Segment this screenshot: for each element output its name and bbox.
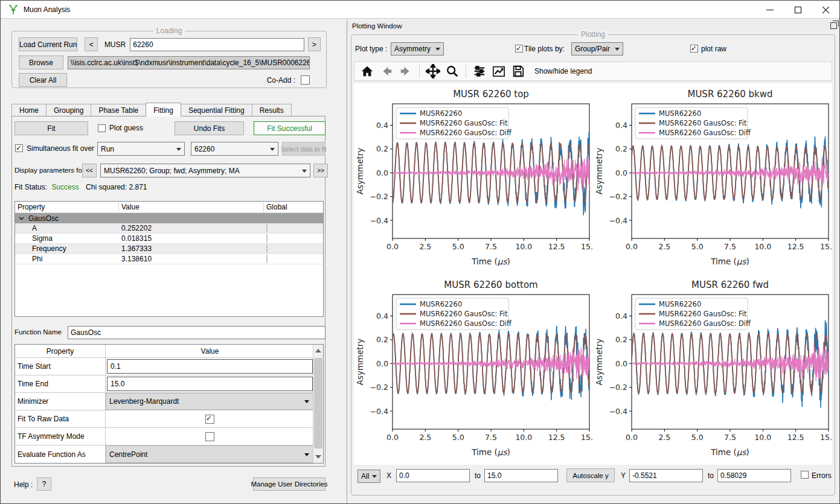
tile-plots-checkbox[interactable] <box>515 45 523 53</box>
zoom-icon[interactable] <box>444 63 460 79</box>
tab-fitting[interactable]: Fitting <box>146 103 181 116</box>
subplot-fwd[interactable]: 0.02.55.07.510.012.515.0−0.4−0.20.00.20.… <box>593 274 832 465</box>
global-checkbox[interactable] <box>266 234 268 243</box>
simultaneous-fit-checkbox[interactable] <box>15 144 23 152</box>
svg-text:12.5: 12.5 <box>548 433 565 442</box>
vertical-scrollbar[interactable] <box>313 345 323 463</box>
y-from-input[interactable] <box>629 469 703 482</box>
global-checkbox[interactable] <box>266 255 268 263</box>
tf-asymmetry-mode-checkbox[interactable] <box>205 432 214 441</box>
dataset-combobox[interactable]: MUSR62260; Group; fwd; Asymmetry; MA <box>100 164 310 177</box>
autoscale-y-button[interactable]: Autoscale y <box>566 468 615 482</box>
mantid-app-icon <box>8 4 19 15</box>
next-dataset-button[interactable]: >> <box>313 164 328 177</box>
undo-fits-button[interactable]: Undo Fits <box>175 121 244 135</box>
load-current-run-button[interactable]: Load Current Run <box>19 37 77 51</box>
evaluate-function-as-combobox[interactable]: CentrePoint <box>106 445 314 463</box>
previous-run-button[interactable]: < <box>85 37 97 51</box>
maximize-button[interactable] <box>784 1 812 19</box>
x-to-input[interactable] <box>484 469 558 482</box>
run-select-combobox[interactable]: 62260 <box>191 142 278 156</box>
back-icon[interactable] <box>379 63 394 79</box>
time-end-input[interactable]: 15.0 <box>107 377 313 391</box>
manage-user-directories-button[interactable]: Manage User Directories <box>253 477 325 491</box>
fit-button[interactable]: Fit <box>14 121 88 135</box>
select-data-to-fit-button: Select data to fit <box>282 142 325 156</box>
svg-text:5.0: 5.0 <box>452 433 464 442</box>
svg-text:−0.4: −0.4 <box>370 216 388 225</box>
col-header-property: Property <box>15 345 106 357</box>
panel-divider[interactable] <box>347 19 347 504</box>
global-checkbox[interactable] <box>266 224 268 232</box>
table-row: Evaluate Function As CentrePoint <box>15 445 323 463</box>
minimizer-combobox[interactable]: Levenberg-Marquardt <box>106 393 314 410</box>
svg-text:Asymmetry: Asymmetry <box>594 339 604 386</box>
scrollbar-thumb[interactable] <box>314 358 322 448</box>
time-start-input[interactable]: 0.1 <box>107 359 313 374</box>
function-group-row[interactable]: GausOsc <box>15 213 323 223</box>
show-hide-legend-button[interactable]: Show/hide legend <box>534 67 592 75</box>
table-row[interactable]: Sigma 0.018315 <box>15 234 323 244</box>
svg-text:MUSR62260: MUSR62260 <box>420 300 462 308</box>
clear-all-button[interactable]: Clear All <box>19 73 67 87</box>
co-add-checkbox[interactable] <box>301 75 310 85</box>
global-checkbox[interactable] <box>266 244 268 253</box>
save-icon[interactable] <box>510 63 526 79</box>
customize-icon[interactable] <box>491 63 507 79</box>
close-button[interactable] <box>812 1 839 19</box>
scroll-down-icon[interactable] <box>315 455 321 459</box>
table-row[interactable]: Frequency 1.367333 <box>15 244 323 254</box>
plot-raw-checkbox[interactable] <box>690 45 698 53</box>
tab-home[interactable]: Home <box>11 104 46 116</box>
x-from-input[interactable] <box>396 469 470 482</box>
home-icon[interactable] <box>359 63 375 79</box>
subplots-icon[interactable] <box>472 63 487 79</box>
svg-text:10.0: 10.0 <box>515 433 532 442</box>
fit-options-table: Property Value Time Start 0.1 Time End 1… <box>14 344 324 464</box>
subplot-bkwd[interactable]: 0.02.55.07.510.012.515.0−0.4−0.20.00.20.… <box>593 83 832 274</box>
svg-text:−0.4: −0.4 <box>609 216 627 225</box>
tab-sequential-fitting[interactable]: Sequential Fitting <box>181 104 252 116</box>
pan-icon[interactable] <box>425 63 441 79</box>
errors-checkbox[interactable] <box>801 471 809 479</box>
float-dock-icon[interactable] <box>830 22 837 29</box>
svg-text:5.0: 5.0 <box>691 242 704 251</box>
table-row[interactable]: Phi 3.138610 <box>15 254 323 264</box>
tile-by-combobox[interactable]: Group/Pair <box>571 42 623 56</box>
y-to-input[interactable] <box>717 469 791 482</box>
toolbar-separator <box>419 65 420 78</box>
tab-results[interactable]: Results <box>252 104 292 116</box>
plot-type-label: Plot type : <box>355 45 387 53</box>
previous-dataset-button[interactable]: << <box>82 164 97 177</box>
svg-text:MUSR62260 GausOsc: Fit: MUSR62260 GausOsc: Fit <box>420 119 508 127</box>
run-number-input[interactable] <box>130 38 304 51</box>
figure-canvas[interactable]: 0.02.55.07.510.012.515.0−0.4−0.20.00.20.… <box>354 83 832 465</box>
svg-text:−0.2: −0.2 <box>370 192 388 201</box>
svg-text:MUSR62260 GausOsc: Fit: MUSR62260 GausOsc: Fit <box>659 119 747 127</box>
to-label: to <box>475 471 481 480</box>
subplot-bottom[interactable]: 0.02.55.07.510.012.515.0−0.4−0.20.00.20.… <box>354 274 593 465</box>
chevron-down-icon <box>270 148 275 151</box>
svg-text:−0.2: −0.2 <box>370 383 388 392</box>
scope-combobox[interactable]: All <box>357 470 380 483</box>
scroll-up-icon[interactable] <box>315 349 321 352</box>
forward-icon[interactable] <box>398 63 414 79</box>
muon-analysis-window: Muon Analysis Loading Load Current Run <… <box>0 0 840 504</box>
tab-phase-table[interactable]: Phase Table <box>91 104 146 116</box>
svg-text:Asymmetry: Asymmetry <box>594 148 604 195</box>
svg-text:5.0: 5.0 <box>452 242 464 251</box>
plot-guess-checkbox[interactable] <box>98 124 106 132</box>
browse-button[interactable]: Browse <box>19 56 63 69</box>
plot-type-combobox[interactable]: Asymmetry <box>391 42 444 56</box>
fit-by-combobox[interactable]: Run <box>97 142 185 156</box>
fit-parameters-table: Property Value Global GausOsc A 0.252202… <box>14 201 324 317</box>
help-button[interactable]: ? <box>37 477 51 491</box>
loading-groupbox: Loading Load Current Run < MUSR > Browse… <box>11 31 327 88</box>
next-run-button[interactable]: > <box>308 37 321 51</box>
function-name-input[interactable] <box>68 326 325 339</box>
table-row[interactable]: A 0.252202 <box>15 223 323 234</box>
subplot-top[interactable]: 0.02.55.07.510.012.515.0−0.4−0.20.00.20.… <box>354 83 593 274</box>
fit-to-raw-data-checkbox[interactable] <box>205 415 214 424</box>
minimize-button[interactable] <box>756 1 784 19</box>
tab-grouping[interactable]: Grouping <box>46 104 91 116</box>
